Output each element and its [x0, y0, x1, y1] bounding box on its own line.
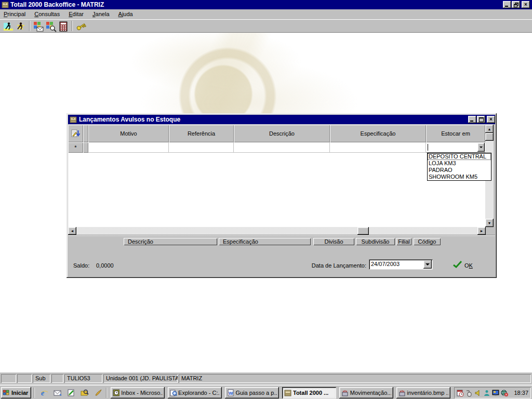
- explorer-icon: [170, 389, 177, 396]
- svg-text:W: W: [229, 391, 233, 396]
- calculator-icon[interactable]: [57, 20, 70, 32]
- windows-logo-icon: [3, 390, 10, 396]
- close-button[interactable]: ×: [522, 1, 530, 8]
- vscroll-thumb[interactable]: [485, 133, 494, 141]
- client-area: Lançamentos Avulsos no Estoque × Motivo …: [0, 33, 532, 373]
- schedule-icon[interactable]: [457, 389, 464, 397]
- app-icon: [2, 1, 9, 8]
- ok-check-icon[interactable]: [453, 261, 462, 268]
- dropdown-item[interactable]: SHOWROOM KM5: [428, 174, 491, 180]
- date-label: Data de Lançamento:: [290, 262, 366, 269]
- dropdown-item[interactable]: PADRAO: [428, 167, 491, 174]
- scroll-up-icon[interactable]: ▲: [485, 125, 494, 133]
- grid-header-descricao[interactable]: Descrição: [234, 125, 330, 142]
- field-header-descricao[interactable]: Descrição: [124, 238, 217, 245]
- menu-editar[interactable]: Editar: [65, 9, 87, 19]
- ie-icon[interactable]: e: [39, 388, 49, 397]
- task-button-totall-active[interactable]: Totall 2000 ...: [282, 387, 336, 398]
- windows-search-icon[interactable]: [45, 20, 57, 32]
- dialog-minimize-button[interactable]: [468, 116, 476, 123]
- mail-icon[interactable]: [53, 388, 62, 397]
- start-label: Iniciar: [11, 390, 28, 396]
- dropdown-item[interactable]: DEPOSITO CENTRAL: [428, 153, 491, 160]
- grid-header-estocar-em[interactable]: Estocar em: [426, 125, 485, 142]
- cell-motivo[interactable]: [88, 142, 169, 153]
- toolbar-separator: [72, 21, 73, 31]
- run-users-icon[interactable]: [15, 20, 27, 32]
- dialog-close-button[interactable]: ×: [487, 116, 495, 123]
- new-row-indicator: *: [68, 142, 83, 153]
- status-cell-user: TULIO53: [64, 374, 102, 383]
- key-icon[interactable]: [75, 20, 87, 32]
- network-error-icon[interactable]: [501, 389, 509, 397]
- cell-estocar-em-combo[interactable]: [426, 142, 485, 153]
- channels-icon[interactable]: [94, 388, 103, 397]
- run-user-icon[interactable]: [2, 20, 15, 32]
- scroll-right-icon[interactable]: ►: [477, 227, 486, 235]
- scroll-down-icon[interactable]: ▼: [485, 219, 494, 227]
- start-button[interactable]: Iniciar: [1, 387, 31, 398]
- field-header-divisao[interactable]: Divisão: [313, 238, 354, 245]
- status-cell-unidade: Unidade 001 (JD. PAULISTA): [103, 374, 178, 383]
- grid-header-especificacao[interactable]: Especificação: [330, 125, 426, 142]
- saldo-label: Saldo:: [73, 262, 89, 269]
- desktop-icon[interactable]: [66, 388, 76, 397]
- task-button-inventario[interactable]: inventário.bmp ...: [396, 387, 450, 398]
- grid-header-referencia[interactable]: Referência: [169, 125, 234, 142]
- field-header-subdivisao[interactable]: Subdivisão: [356, 238, 395, 245]
- grid-hscrollbar[interactable]: ◄ ►: [68, 227, 486, 235]
- grid-body[interactable]: [68, 142, 486, 227]
- field-header-filial[interactable]: Filial: [396, 238, 411, 245]
- task-label: Guia passo a p...: [235, 390, 277, 396]
- system-tray: 18:37: [454, 387, 531, 398]
- menu-principal[interactable]: Principal: [0, 9, 29, 19]
- msn-person-icon[interactable]: [483, 389, 490, 397]
- totall-icon: [284, 389, 291, 396]
- grid-header-motivo[interactable]: Motivo: [88, 125, 169, 142]
- inbox-icon: [113, 389, 119, 396]
- dialog-maximize-button[interactable]: [477, 116, 485, 123]
- find-icon[interactable]: [80, 388, 89, 397]
- grid-corner-cell[interactable]: [68, 125, 83, 142]
- restore-button[interactable]: [512, 1, 520, 8]
- minimize-button[interactable]: [503, 1, 511, 8]
- volume-icon[interactable]: [474, 389, 482, 397]
- task-button-explorando[interactable]: Explorando - C:...: [168, 387, 222, 398]
- mouse-icon[interactable]: [466, 389, 473, 397]
- menu-ajuda[interactable]: Ajuda: [115, 9, 137, 19]
- field-header-especificacao[interactable]: Especificação: [219, 238, 311, 245]
- display-icon[interactable]: [492, 389, 499, 397]
- statusbar: Sub TULIO53 Unidade 001 (JD. PAULISTA) M…: [0, 373, 532, 384]
- menu-janela[interactable]: Janela: [89, 9, 113, 19]
- paint-icon: [341, 389, 349, 396]
- dropdown-item[interactable]: LOJA KM3: [428, 160, 491, 167]
- estocar-em-dropdown-list[interactable]: DEPOSITO CENTRAL LOJA KM3 PADRAO SHOWROO…: [427, 153, 491, 181]
- ok-button[interactable]: OK: [464, 262, 473, 269]
- date-combobox[interactable]: 24/07/2003: [369, 259, 433, 270]
- svg-text:e: e: [41, 389, 44, 397]
- main-titlebar: Totall 2000 Backoffice - MATRIZ ×: [0, 0, 532, 9]
- cell-descricao[interactable]: [234, 142, 330, 153]
- dialog-titlebar[interactable]: Lançamentos Avulsos no Estoque ×: [68, 115, 495, 124]
- task-button-guia[interactable]: W Guia passo a p...: [225, 387, 279, 398]
- windows-mail-icon[interactable]: [32, 20, 45, 32]
- combo-drop-button[interactable]: [477, 143, 485, 152]
- toolbar-separator: [29, 21, 30, 31]
- cell-especificacao[interactable]: [330, 142, 426, 153]
- date-drop-button[interactable]: [423, 260, 432, 269]
- text-caret: [428, 144, 428, 151]
- status-cell: [1, 374, 16, 383]
- chevron-down-icon: [425, 263, 430, 265]
- menu-consultas[interactable]: Consultas: [31, 9, 63, 19]
- task-button-inbox[interactable]: Inbox - Microso...: [111, 387, 165, 398]
- taskbar-separator: [106, 388, 107, 398]
- field-header-codigo[interactable]: Código: [414, 238, 441, 245]
- hscroll-thumb[interactable]: [357, 227, 369, 235]
- status-cell-empresa: MATRIZ: [179, 374, 531, 383]
- scroll-left-icon[interactable]: ◄: [68, 227, 76, 235]
- cell-referencia[interactable]: [169, 142, 234, 153]
- task-button-movimentacao[interactable]: Movimentação...: [339, 387, 393, 398]
- row-spacer-cell: [83, 142, 88, 153]
- taskbar: Iniciar e Inbox - Microso... Explorando …: [0, 384, 532, 399]
- toolbar: [0, 19, 532, 33]
